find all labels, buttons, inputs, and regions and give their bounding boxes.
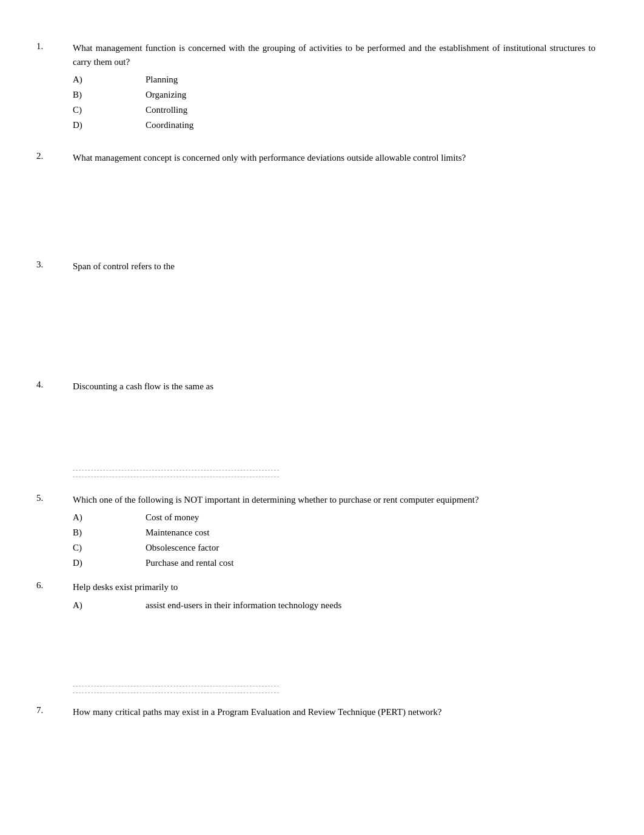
question-4-number: 4. — [36, 380, 73, 398]
page-content: 1. What management function is concerned… — [36, 30, 595, 729]
question-3-text: Span of control refers to the — [73, 260, 595, 273]
question-5-text: Which one of the following is NOT import… — [73, 493, 595, 507]
question-7-number: 7. — [36, 705, 73, 724]
dashed-line — [73, 477, 279, 477]
question-1-content: What management function is concerned wi… — [73, 41, 595, 134]
list-item: B) Organizing — [73, 89, 595, 101]
option-letter: A) — [73, 600, 146, 611]
option-text: Controlling — [146, 105, 595, 115]
option-text: Obsolescence factor — [146, 543, 595, 553]
question-1-options: A) Planning B) Organizing C) Controlling… — [73, 73, 595, 132]
list-item: A) Planning — [73, 73, 595, 86]
option-letter: C) — [73, 543, 146, 553]
question-3: 3. Span of control refers to the — [36, 249, 595, 284]
dashed-line — [73, 470, 279, 471]
question-4: 4. Discounting a cash flow is the same a… — [36, 369, 595, 404]
question-7-content: How many critical paths may exist in a P… — [73, 705, 595, 724]
dashed-line — [73, 686, 279, 686]
question-1-number: 1. — [36, 41, 73, 134]
question-4-content: Discounting a cash flow is the same as — [73, 380, 595, 398]
question-7-text: How many critical paths may exist in a P… — [73, 705, 595, 719]
option-letter: D) — [73, 558, 146, 568]
question-5: 5. Which one of the following is NOT imp… — [36, 482, 595, 578]
list-item: D) Coordinating — [73, 119, 595, 132]
list-item: A) Cost of money — [73, 511, 595, 524]
question-3-number: 3. — [36, 260, 73, 278]
dashed-line-group-2 — [73, 686, 595, 693]
option-letter: B) — [73, 528, 146, 538]
option-letter: A) — [73, 75, 146, 85]
list-item: D) Purchase and rental cost — [73, 557, 595, 569]
dashed-line-group-1 — [73, 470, 595, 477]
option-text: Maintenance cost — [146, 528, 595, 538]
question-5-options: A) Cost of money B) Maintenance cost C) … — [73, 511, 595, 569]
option-text: Cost of money — [146, 512, 595, 523]
option-text: Planning — [146, 75, 595, 85]
question-4-text: Discounting a cash flow is the same as — [73, 380, 595, 394]
question-2-number: 2. — [36, 151, 73, 170]
option-letter: C) — [73, 105, 146, 115]
question-7: 7. How many critical paths may exist in … — [36, 698, 595, 730]
question-2: 2. What management concept is concerned … — [36, 140, 595, 176]
question-5-number: 5. — [36, 493, 73, 572]
option-letter: A) — [73, 512, 146, 523]
option-letter: D) — [73, 120, 146, 130]
question-6-content: Help desks exist primarily to A) assist … — [73, 580, 595, 614]
option-text: Organizing — [146, 90, 595, 100]
option-letter: B) — [73, 90, 146, 100]
question-6: 6. Help desks exist primarily to A) assi… — [36, 578, 595, 620]
list-item: A) assist end-users in their information… — [73, 599, 595, 612]
spacer-4 — [36, 404, 595, 465]
spacer-6 — [36, 620, 595, 681]
question-1: 1. What management function is concerned… — [36, 30, 595, 140]
question-1-text: What management function is concerned wi… — [73, 41, 595, 69]
option-text: Coordinating — [146, 120, 595, 130]
question-6-number: 6. — [36, 580, 73, 614]
dashed-line — [73, 692, 279, 693]
list-item: C) Controlling — [73, 104, 595, 116]
question-6-text: Help desks exist primarily to — [73, 580, 595, 594]
question-5-content: Which one of the following is NOT import… — [73, 493, 595, 572]
list-item: B) Maintenance cost — [73, 526, 595, 539]
spacer-2 — [36, 176, 595, 249]
question-2-content: What management concept is concerned onl… — [73, 151, 595, 170]
question-3-content: Span of control refers to the — [73, 260, 595, 278]
option-text: assist end-users in their information te… — [146, 600, 595, 611]
question-2-text: What management concept is concerned onl… — [73, 151, 595, 165]
spacer-3 — [36, 284, 595, 369]
question-6-options: A) assist end-users in their information… — [73, 599, 595, 612]
option-text: Purchase and rental cost — [146, 558, 595, 568]
list-item: C) Obsolescence factor — [73, 542, 595, 554]
